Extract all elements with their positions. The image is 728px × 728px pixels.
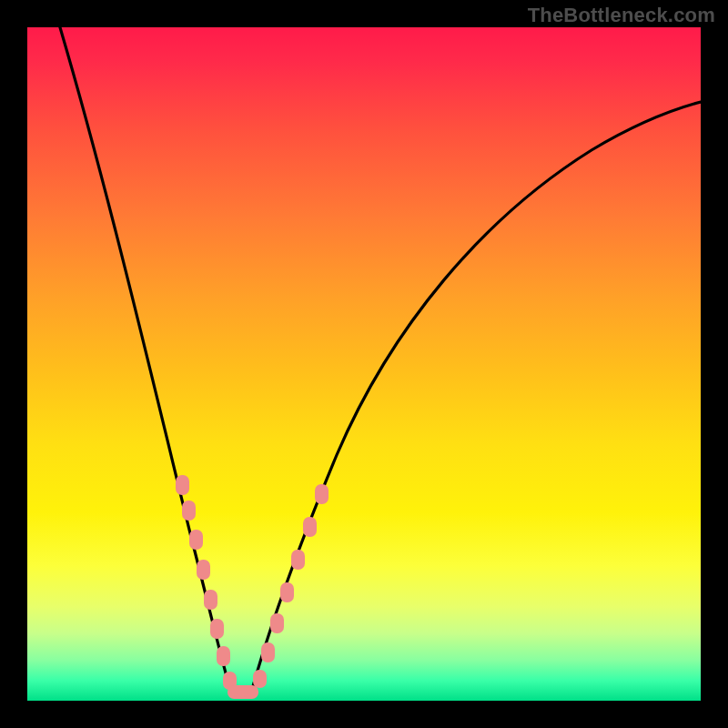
curve-markers bbox=[176, 475, 329, 699]
chart-svg bbox=[27, 27, 701, 701]
svg-rect-12 bbox=[280, 582, 294, 602]
svg-rect-1 bbox=[182, 500, 196, 521]
svg-rect-0 bbox=[176, 475, 189, 495]
plot-area bbox=[27, 27, 701, 701]
svg-rect-10 bbox=[261, 642, 275, 662]
watermark-text: TheBottleneck.com bbox=[528, 4, 715, 27]
svg-rect-13 bbox=[291, 550, 305, 570]
svg-rect-3 bbox=[197, 560, 210, 580]
svg-rect-14 bbox=[303, 517, 317, 537]
svg-rect-9 bbox=[253, 670, 267, 688]
svg-rect-2 bbox=[189, 530, 203, 550]
svg-rect-11 bbox=[270, 613, 284, 633]
chart-frame: TheBottleneck.com bbox=[0, 0, 728, 728]
bottleneck-curve bbox=[55, 27, 701, 696]
svg-rect-4 bbox=[204, 590, 217, 610]
svg-rect-6 bbox=[217, 646, 230, 666]
svg-rect-8 bbox=[228, 685, 258, 699]
svg-rect-15 bbox=[315, 484, 329, 504]
svg-rect-5 bbox=[210, 619, 224, 639]
